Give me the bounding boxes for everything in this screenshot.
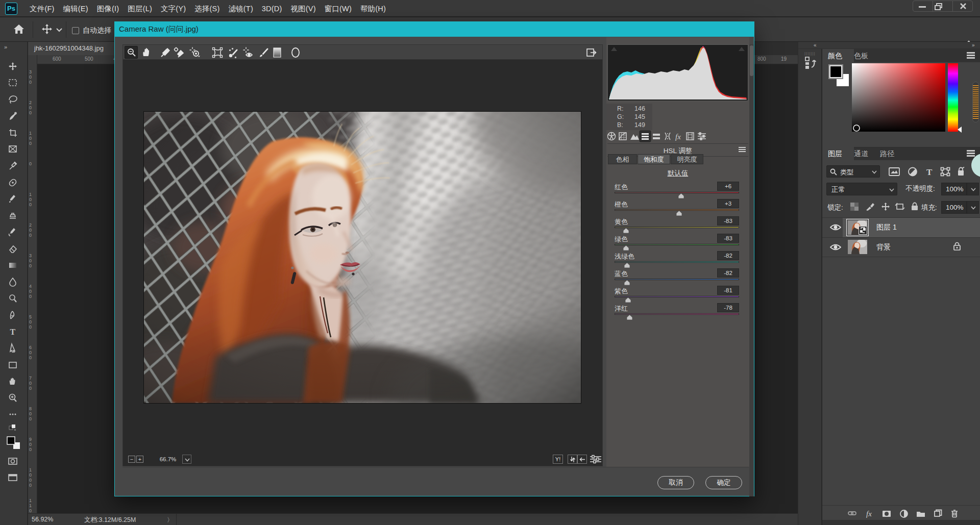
svg-text:fx: fx [675,133,681,141]
svg-text:fx: fx [866,510,872,518]
svg-text:T: T [10,328,16,336]
svg-text:T: T [926,167,933,177]
